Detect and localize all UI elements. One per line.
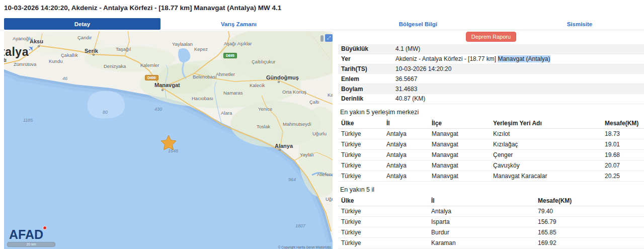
town-marker-icon — [93, 54, 95, 56]
map-label: Alara — [221, 110, 232, 116]
map-label: Manavgat — [154, 82, 180, 88]
map-label: Çandır — [77, 35, 92, 40]
map-label: Hacıobası — [192, 96, 213, 101]
map-label: Belenobası — [193, 74, 217, 79]
map-label: Mahmutseydi — [283, 121, 311, 127]
detail-panel: Deprem Raporu Büyüklük 4.1 (MW) Yer Akde… — [338, 31, 644, 249]
map-label: 1807 — [295, 223, 305, 228]
afad-logo: AFAD — [9, 227, 43, 242]
tab-varis-zamani[interactable]: Varış Zamanı — [160, 18, 317, 30]
map-label: Ahmetler — [216, 71, 235, 77]
tab-bolgesel-bilgi[interactable]: Bölgesel Bilgi — [317, 18, 519, 30]
map-label: Serik — [85, 48, 98, 54]
map-label: Kara — [328, 92, 333, 98]
map-label: ltı — [4, 57, 7, 63]
detail-row-buyukluk: Büyüklük 4.1 (MW) — [338, 44, 644, 54]
map-label: 1185 — [23, 118, 33, 123]
map-label: D400 — [145, 75, 158, 80]
town-marker-icon — [162, 89, 164, 91]
map-label: talya — [4, 45, 29, 59]
map-label: Aliefendi — [317, 172, 333, 177]
detail-row-boylam: Boylam 31.4683 — [338, 84, 644, 94]
detail-row-enlem: Enlem 36.5667 — [338, 74, 644, 84]
tab-bar: Detay Varış Zamanı Bölgesel Bilgi Sismis… — [0, 18, 644, 30]
table-row: TürkiyeKaraman169.92 — [338, 237, 644, 248]
map[interactable]: talyaltıAksuSerikManavgatGündoğmuşAlanya… — [4, 31, 333, 249]
table-row: TürkiyeIsparta156.79 — [338, 216, 644, 227]
map-label: Uğrak — [326, 196, 333, 202]
map-label: Kalecik — [250, 82, 265, 88]
map-label: Toslak — [257, 124, 270, 129]
detail-row-tarih: Tarih(TS) 10-03-2026 14:20:20 — [338, 64, 644, 74]
map-label: Alanya — [275, 143, 293, 149]
map-label: 46 — [62, 76, 67, 81]
map-attribution: © Copyright Harita Genel Müdürlüğü — [278, 245, 331, 249]
table-row: TürkiyeAntalyaManavgatManavgat Karacalar… — [338, 171, 644, 181]
earthquake-detail-page: 10-03-2026 14:20:20, Akdeniz - Antalya K… — [0, 0, 644, 249]
map-label: Uğurlu — [312, 131, 327, 136]
highlighted-location[interactable]: Manavgat (Antalya) — [498, 55, 550, 62]
provinces-header-row: Ülke İl Mesafe(KM) — [338, 196, 644, 206]
map-label: Yaylaalan — [172, 41, 193, 47]
map-label: Kundu — [49, 58, 62, 64]
town-marker-icon — [278, 81, 280, 83]
map-label: Aşağı Aşıklar — [224, 41, 252, 46]
map-label: Taşağıl — [116, 46, 131, 52]
map-layers-handle[interactable] — [320, 35, 324, 42]
table-row: TürkiyeAntalyaManavgatÇenger19.68 — [338, 149, 644, 160]
provinces-section-title: En yakın 5 il — [340, 186, 644, 193]
tab-sismisite[interactable]: Sismisite — [519, 18, 640, 30]
details-table: Büyüklük 4.1 (MW) Yer Akdeniz - Antalya … — [338, 44, 644, 104]
map-label: Yaylalı — [300, 152, 314, 157]
map-label: Kalemler — [140, 62, 159, 68]
table-row: TürkiyeAntalyaManavgatKızılot18.73 — [338, 128, 644, 139]
map-label: Çaltı — [309, 99, 319, 105]
town-marker-icon — [38, 45, 40, 47]
map-scale-bar: 20 km — [7, 242, 55, 247]
map-label: Çaltılıçukur — [252, 59, 276, 64]
detail-row-derinlik: Derinlik 40.87 (KM) — [338, 94, 644, 104]
table-row: TürkiyeAntalya79.40 — [338, 206, 644, 216]
map-label: Kepez — [194, 46, 208, 52]
tab-detay[interactable]: Detay — [4, 18, 160, 30]
settlements-table: Ülke İl İlçe Yerleşim Yeri Adı Mesafe(KM… — [338, 118, 644, 182]
map-label: Orta Konuş — [282, 89, 306, 95]
map-label: 430 — [154, 107, 162, 112]
map-label: 80 — [103, 110, 108, 115]
table-row: TürkiyeAntalyaManavgatKızılağaç19.01 — [338, 139, 644, 149]
map-label: Çakallık — [61, 52, 78, 58]
table-row: TürkiyeBurdur165.85 — [338, 227, 644, 237]
map-label: 1648 — [168, 148, 178, 153]
town-marker-icon — [279, 149, 281, 151]
map-label: Yenice — [258, 106, 272, 112]
map-label: D695 — [223, 53, 237, 58]
afad-logo-dot — [43, 226, 47, 230]
map-label: Zümrütova — [14, 61, 36, 67]
provinces-table: Ülke İl Mesafe(KM) TürkiyeAntalya79.40 T… — [338, 196, 644, 249]
table-row: TürkiyeAntalyaManavgatÇavuşköy20.07 — [338, 160, 644, 171]
report-button-row: Deprem Raporu — [338, 32, 644, 43]
map-label: Gündoğmuş — [266, 74, 299, 80]
map-label: Denizyaka — [104, 63, 126, 69]
settlements-header-row: Ülke İl İlçe Yerleşim Yeri Adı Mesafe(KM… — [338, 118, 644, 129]
deprem-raporu-button[interactable]: Deprem Raporu — [466, 32, 516, 42]
map-label: Namaras — [223, 90, 243, 96]
detail-row-yer: Yer Akdeniz - Antalya Körfezi - [18.77 k… — [338, 54, 644, 64]
page-title: 10-03-2026 14:20:20, Akdeniz - Antalya K… — [4, 4, 281, 12]
map-expand-button[interactable]: ⤢ — [325, 34, 333, 42]
map-label: 964 — [288, 177, 296, 182]
map-label: Ayanoğlu — [13, 36, 32, 41]
settlements-section-title: En yakın 5 yerleşim merkezi — [340, 109, 644, 116]
map-labels: talyaltıAksuSerikManavgatGündoğmuşAlanya… — [4, 31, 333, 249]
